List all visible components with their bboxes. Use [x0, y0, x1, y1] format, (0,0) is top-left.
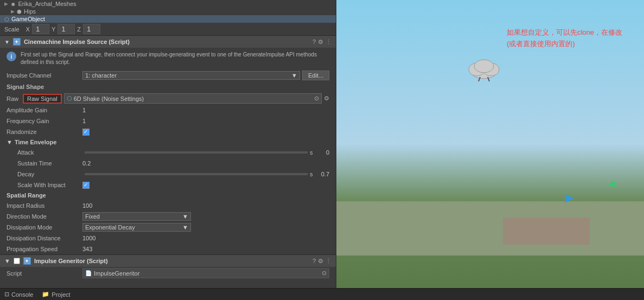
tree-arrow-hips: ▶	[11, 9, 15, 14]
settings2-icon[interactable]: ⚙	[318, 258, 323, 265]
tree-icon-erika: ☻	[10, 1, 16, 7]
info-box: i First set up the Signal and Range, the…	[0, 48, 336, 69]
dissipation-dist-row: Dissipation Distance 1000	[0, 233, 336, 244]
tree-icon-hips: ⬢	[17, 9, 22, 15]
tree-erika[interactable]: ▶ ☻ Erika_Archal_Meshes	[0, 0, 336, 8]
impulse-channel-val: 1: character	[85, 72, 117, 79]
toggle-arrow-2: ▼	[4, 258, 10, 264]
svg-point-3	[474, 60, 494, 73]
component2-header[interactable]: ▼ ✦ Impulse Generitor (Script) ? ⚙ ⋮	[0, 254, 336, 267]
scene-ground	[336, 201, 644, 256]
signal-select-settings[interactable]: ⊙	[314, 95, 319, 102]
green-arrow: ▲	[605, 179, 618, 190]
cloud-icon	[465, 54, 503, 81]
impulse-channel-row: Impulse Channel 1: character ▼ Edit...	[0, 69, 336, 81]
dissipation-mode-val: Exponential Decay	[85, 224, 135, 231]
impulse-channel-label: Impulse Channel	[7, 72, 82, 79]
impulse-channel-select[interactable]: 1: character ▼	[82, 71, 300, 80]
raw-signal-static-label: Raw	[7, 95, 23, 102]
console-tab[interactable]: ⊡ Console	[4, 291, 33, 298]
frequency-gain-row: Frequency Gain 1	[0, 116, 336, 126]
tree-gameobject[interactable]: ⬡ GameObject	[0, 15, 336, 23]
raw-signal-button[interactable]: Raw Signal	[23, 94, 62, 104]
spatial-range-label: Spatial Range	[7, 192, 46, 199]
help-icon[interactable]: ?	[313, 39, 316, 46]
component-icon: ✦	[13, 38, 21, 46]
info-text: First set up the Signal and Range, then …	[21, 51, 329, 66]
component-header[interactable]: ▼ ✦ Cinemachine Impulse Source (Script) …	[0, 35, 336, 48]
frequency-gain-label: Frequency Gain	[7, 118, 82, 124]
sustain-row: Sustain Time 0.2	[0, 158, 336, 169]
toggle-arrow: ▼	[4, 39, 10, 45]
status-bar: ⊡ Console 📁 Project	[0, 288, 644, 300]
x-label: X	[26, 26, 30, 33]
chinese-line1: 如果想自定义，可以先clone，在修改	[507, 27, 622, 39]
script-val: ImpulseGeneritor	[94, 270, 322, 277]
y-label: Y	[52, 26, 55, 33]
signal-shape-label: Signal Shape	[7, 84, 82, 90]
tree-hips[interactable]: ▶ ⬢ Hips	[0, 8, 336, 15]
direction-mode-val: Fixed	[85, 213, 100, 220]
more2-icon[interactable]: ⋮	[326, 258, 331, 265]
folder-icon: 📁	[42, 291, 49, 298]
scale-row: Scale X Y Z	[0, 23, 336, 35]
attack-slider[interactable]	[85, 151, 308, 154]
impact-radius-label: Impact Radius	[7, 202, 82, 209]
amplitude-gain-row: Amplitude Gain 1	[0, 105, 336, 116]
settings-icon[interactable]: ⚙	[318, 39, 323, 46]
signal-noise-val: 6D Shake (Noise Settings)	[74, 95, 144, 102]
script-label: Script	[7, 270, 82, 277]
frequency-gain-val: 1	[82, 118, 329, 124]
decay-s: s	[310, 171, 318, 177]
scale-impact-checkbox[interactable]	[82, 182, 90, 189]
direction-mode-arrow: ▼	[182, 213, 188, 220]
dissipation-mode-row: Dissipation Mode Exponential Decay ▼	[0, 222, 336, 233]
component2-title: Impulse Generitor (Script)	[34, 258, 309, 264]
script-settings[interactable]: ⊙	[322, 270, 327, 277]
scale-impact-row: Scale With Impact	[0, 180, 336, 190]
blue-arrow: ▶	[565, 191, 573, 204]
component2-toggle[interactable]	[14, 258, 20, 264]
randomize-checkbox[interactable]	[82, 129, 90, 136]
impact-radius-val: 100	[82, 202, 329, 209]
more-icon[interactable]: ⋮	[326, 39, 331, 46]
help2-icon[interactable]: ?	[313, 258, 316, 265]
dissipation-mode-select[interactable]: Exponential Decay ▼	[82, 223, 191, 232]
component-title: Cinemachine Impulse Source (Script)	[24, 39, 309, 45]
viewport-panel: ▲ ▶ Edit Clone Locate Presets ▶ New Nois…	[336, 0, 644, 288]
edit-button[interactable]: Edit...	[302, 71, 329, 80]
time-envelope-arrow: ▼	[7, 139, 12, 145]
project-tab[interactable]: 📁 Project	[42, 291, 70, 298]
impulse-channel-arrow: ▼	[291, 72, 297, 79]
dissipation-dist-val: 1000	[82, 235, 329, 241]
tree-label-erika: Erika_Archal_Meshes	[18, 1, 76, 7]
scale-z-input[interactable]	[83, 24, 100, 34]
tree-arrow-erika: ▶	[4, 1, 8, 7]
dissipation-mode-arrow: ▼	[182, 224, 188, 231]
attack-row: Attack s 0	[0, 147, 336, 158]
propagation-speed-label: Propagation Speed	[7, 246, 82, 252]
info-icon: i	[7, 52, 16, 61]
amplitude-gain-label: Amplitude Gain	[7, 107, 82, 113]
attack-s: s	[310, 149, 318, 156]
direction-mode-label: Direction Mode	[7, 213, 82, 220]
signal-gear-icon[interactable]: ⚙	[324, 95, 329, 102]
sustain-val: 0.2	[82, 160, 329, 167]
propagation-speed-row: Propagation Speed 343	[0, 244, 336, 254]
component2-actions: ? ⚙ ⋮	[313, 258, 331, 265]
randomize-row: Randomize	[0, 126, 336, 137]
direction-mode-select[interactable]: Fixed ▼	[82, 212, 191, 221]
tree-label-hips: Hips	[24, 8, 36, 15]
console-label: Console	[11, 291, 33, 298]
amplitude-gain-val: 1	[82, 107, 329, 113]
signal-shape-section: Signal Shape	[0, 81, 336, 92]
component2-icon: ✦	[23, 257, 31, 265]
scale-x-input[interactable]	[32, 24, 49, 34]
signal-noise-select[interactable]: ⬡ 6D Shake (Noise Settings) ⊙	[64, 93, 322, 104]
attack-val: 0	[318, 149, 329, 156]
time-envelope-section[interactable]: ▼ Time Envelope	[0, 137, 336, 147]
impact-radius-row: Impact Radius 100	[0, 200, 336, 211]
chinese-line2: (或者直接使用内置的)	[507, 39, 622, 50]
decay-slider[interactable]	[85, 173, 308, 175]
scale-y-input[interactable]	[58, 24, 75, 34]
